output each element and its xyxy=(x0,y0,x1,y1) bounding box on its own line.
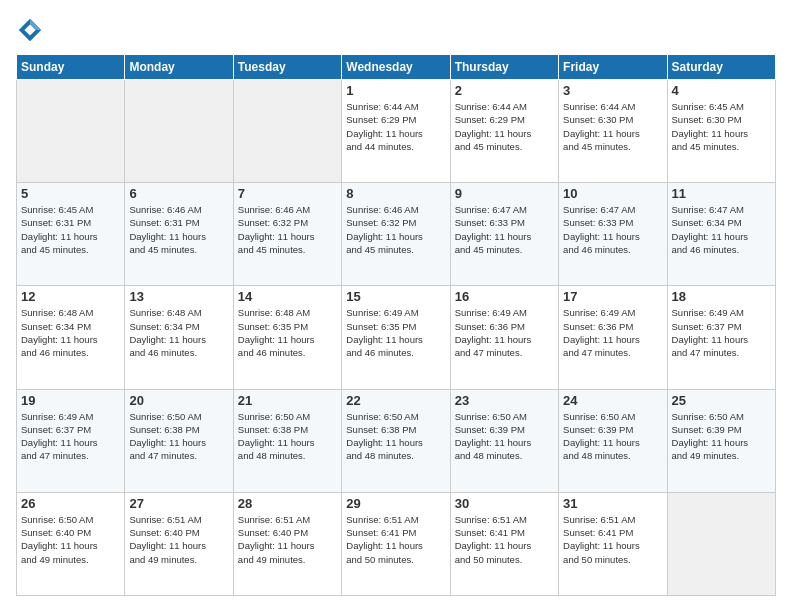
info-line: Sunset: 6:30 PM xyxy=(672,113,771,126)
info-line: Sunset: 6:34 PM xyxy=(672,216,771,229)
info-line: Daylight: 11 hours xyxy=(455,333,554,346)
info-line: Sunset: 6:36 PM xyxy=(455,320,554,333)
day-number: 27 xyxy=(129,496,228,511)
info-line: and 46 minutes. xyxy=(129,346,228,359)
info-line: and 50 minutes. xyxy=(455,553,554,566)
info-line: Daylight: 11 hours xyxy=(346,333,445,346)
day-info: Sunrise: 6:46 AMSunset: 6:32 PMDaylight:… xyxy=(346,203,445,256)
info-line: Daylight: 11 hours xyxy=(563,333,662,346)
info-line: and 45 minutes. xyxy=(455,140,554,153)
day-cell: 21Sunrise: 6:50 AMSunset: 6:38 PMDayligh… xyxy=(233,389,341,492)
info-line: Sunrise: 6:50 AM xyxy=(238,410,337,423)
info-line: Sunrise: 6:48 AM xyxy=(238,306,337,319)
info-line: Daylight: 11 hours xyxy=(672,127,771,140)
info-line: Daylight: 11 hours xyxy=(21,230,120,243)
day-number: 28 xyxy=(238,496,337,511)
header xyxy=(16,16,776,44)
day-number: 12 xyxy=(21,289,120,304)
day-number: 23 xyxy=(455,393,554,408)
info-line: and 44 minutes. xyxy=(346,140,445,153)
info-line: Sunrise: 6:51 AM xyxy=(563,513,662,526)
day-info: Sunrise: 6:45 AMSunset: 6:30 PMDaylight:… xyxy=(672,100,771,153)
info-line: Daylight: 11 hours xyxy=(238,333,337,346)
info-line: Sunrise: 6:46 AM xyxy=(346,203,445,216)
info-line: Sunrise: 6:50 AM xyxy=(563,410,662,423)
day-number: 14 xyxy=(238,289,337,304)
day-number: 5 xyxy=(21,186,120,201)
info-line: Daylight: 11 hours xyxy=(563,436,662,449)
day-cell: 24Sunrise: 6:50 AMSunset: 6:39 PMDayligh… xyxy=(559,389,667,492)
info-line: Sunset: 6:40 PM xyxy=(238,526,337,539)
info-line: Sunrise: 6:44 AM xyxy=(563,100,662,113)
header-row: SundayMondayTuesdayWednesdayThursdayFrid… xyxy=(17,55,776,80)
header-cell-thursday: Thursday xyxy=(450,55,558,80)
info-line: Sunrise: 6:51 AM xyxy=(455,513,554,526)
info-line: and 45 minutes. xyxy=(346,243,445,256)
info-line: Daylight: 11 hours xyxy=(346,539,445,552)
info-line: Sunrise: 6:46 AM xyxy=(129,203,228,216)
day-info: Sunrise: 6:51 AMSunset: 6:40 PMDaylight:… xyxy=(129,513,228,566)
info-line: Sunset: 6:40 PM xyxy=(129,526,228,539)
info-line: and 48 minutes. xyxy=(238,449,337,462)
calendar-body: 1Sunrise: 6:44 AMSunset: 6:29 PMDaylight… xyxy=(17,80,776,596)
info-line: and 46 minutes. xyxy=(672,243,771,256)
day-number: 24 xyxy=(563,393,662,408)
header-cell-friday: Friday xyxy=(559,55,667,80)
day-number: 19 xyxy=(21,393,120,408)
info-line: Sunset: 6:32 PM xyxy=(346,216,445,229)
info-line: Sunrise: 6:44 AM xyxy=(455,100,554,113)
day-number: 17 xyxy=(563,289,662,304)
day-number: 29 xyxy=(346,496,445,511)
day-cell: 23Sunrise: 6:50 AMSunset: 6:39 PMDayligh… xyxy=(450,389,558,492)
info-line: and 45 minutes. xyxy=(672,140,771,153)
day-cell: 9Sunrise: 6:47 AMSunset: 6:33 PMDaylight… xyxy=(450,183,558,286)
day-number: 30 xyxy=(455,496,554,511)
info-line: Sunrise: 6:50 AM xyxy=(346,410,445,423)
header-cell-wednesday: Wednesday xyxy=(342,55,450,80)
day-cell: 26Sunrise: 6:50 AMSunset: 6:40 PMDayligh… xyxy=(17,492,125,595)
info-line: Sunrise: 6:45 AM xyxy=(21,203,120,216)
info-line: Sunset: 6:33 PM xyxy=(455,216,554,229)
day-info: Sunrise: 6:49 AMSunset: 6:36 PMDaylight:… xyxy=(563,306,662,359)
day-cell: 28Sunrise: 6:51 AMSunset: 6:40 PMDayligh… xyxy=(233,492,341,595)
day-number: 11 xyxy=(672,186,771,201)
week-row-0: 1Sunrise: 6:44 AMSunset: 6:29 PMDaylight… xyxy=(17,80,776,183)
info-line: Daylight: 11 hours xyxy=(129,230,228,243)
info-line: Daylight: 11 hours xyxy=(238,436,337,449)
day-number: 21 xyxy=(238,393,337,408)
info-line: Sunset: 6:35 PM xyxy=(238,320,337,333)
info-line: and 45 minutes. xyxy=(21,243,120,256)
info-line: Daylight: 11 hours xyxy=(129,333,228,346)
info-line: Sunrise: 6:47 AM xyxy=(563,203,662,216)
header-cell-sunday: Sunday xyxy=(17,55,125,80)
day-cell: 11Sunrise: 6:47 AMSunset: 6:34 PMDayligh… xyxy=(667,183,775,286)
info-line: Daylight: 11 hours xyxy=(21,436,120,449)
day-number: 10 xyxy=(563,186,662,201)
day-cell xyxy=(17,80,125,183)
info-line: Daylight: 11 hours xyxy=(346,230,445,243)
day-cell: 19Sunrise: 6:49 AMSunset: 6:37 PMDayligh… xyxy=(17,389,125,492)
info-line: Daylight: 11 hours xyxy=(129,436,228,449)
header-cell-tuesday: Tuesday xyxy=(233,55,341,80)
info-line: Sunrise: 6:50 AM xyxy=(129,410,228,423)
info-line: Daylight: 11 hours xyxy=(672,333,771,346)
day-info: Sunrise: 6:50 AMSunset: 6:39 PMDaylight:… xyxy=(563,410,662,463)
info-line: Daylight: 11 hours xyxy=(346,127,445,140)
day-info: Sunrise: 6:48 AMSunset: 6:35 PMDaylight:… xyxy=(238,306,337,359)
day-cell: 29Sunrise: 6:51 AMSunset: 6:41 PMDayligh… xyxy=(342,492,450,595)
day-info: Sunrise: 6:47 AMSunset: 6:34 PMDaylight:… xyxy=(672,203,771,256)
info-line: Sunset: 6:34 PM xyxy=(129,320,228,333)
day-number: 1 xyxy=(346,83,445,98)
info-line: and 46 minutes. xyxy=(238,346,337,359)
info-line: and 49 minutes. xyxy=(672,449,771,462)
day-number: 25 xyxy=(672,393,771,408)
day-cell: 5Sunrise: 6:45 AMSunset: 6:31 PMDaylight… xyxy=(17,183,125,286)
day-number: 13 xyxy=(129,289,228,304)
day-info: Sunrise: 6:50 AMSunset: 6:38 PMDaylight:… xyxy=(346,410,445,463)
logo-icon xyxy=(16,16,44,44)
day-number: 2 xyxy=(455,83,554,98)
week-row-3: 19Sunrise: 6:49 AMSunset: 6:37 PMDayligh… xyxy=(17,389,776,492)
day-cell xyxy=(233,80,341,183)
info-line: Daylight: 11 hours xyxy=(21,333,120,346)
day-cell: 17Sunrise: 6:49 AMSunset: 6:36 PMDayligh… xyxy=(559,286,667,389)
